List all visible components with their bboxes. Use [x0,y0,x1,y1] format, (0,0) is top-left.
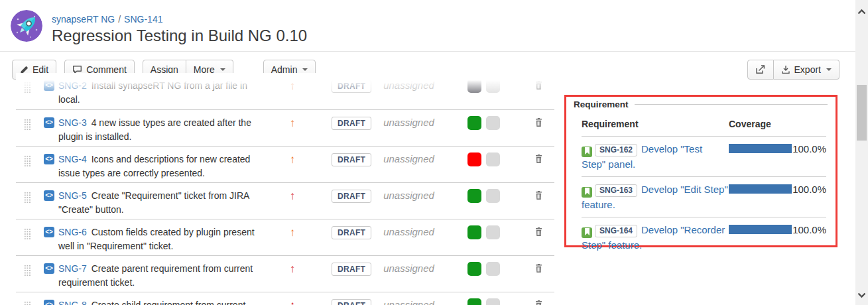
test-case-table: <> SNG-2 Install synapseRT NG from a jar… [16,73,554,305]
requirement-panel-legend: Requirement [566,97,836,109]
download-icon [781,65,790,74]
requirement-key-badge[interactable]: SNG-164 [595,225,637,237]
trash-icon[interactable] [534,300,543,305]
page-title: Regression Testing in Build NG 0.10 [52,27,307,45]
issue-summary-cell: <> SNG-7 Create parent requirement from … [44,262,263,290]
coverage-progress-bar [729,225,792,234]
requirement-cell: SNG-164Develop "Recorder Step" feature. [582,223,729,253]
chevron-up-icon [857,9,866,15]
test-case-type-icon: <> [44,300,54,305]
result-slot[interactable] [486,116,500,130]
breadcrumb-project-link[interactable]: synapseRT NG [52,14,115,25]
issue-key-link[interactable]: SNG-7 [58,263,87,274]
requirement-type-icon [582,147,592,157]
status-badge: DRAFT [332,263,371,276]
test-case-type-icon: <> [44,227,54,237]
trash-icon[interactable] [534,154,543,166]
test-case-type-icon: <> [44,190,54,201]
toolbar-right: Export [747,60,839,80]
requirement-table: Requirement Coverage SNG-162Develop "Tes… [582,115,826,257]
chevron-down-icon [220,68,225,71]
result-indicator[interactable] [467,116,481,130]
result-indicator[interactable] [467,189,481,203]
drag-handle-icon[interactable] [24,119,31,130]
result-indicator[interactable] [467,152,481,166]
requirement-panel: Requirement Requirement Coverage SNG-162… [564,95,837,247]
trash-icon[interactable] [534,190,543,203]
result-slot[interactable] [486,225,500,239]
result-indicator[interactable] [467,79,481,93]
result-slot[interactable] [486,79,500,93]
status-badge: DRAFT [332,299,371,305]
result-slot[interactable] [486,152,500,166]
scrollbar-thumb[interactable] [857,85,867,141]
coverage-cell: 100.0% [729,142,826,172]
assignee-label: unassigned [383,117,456,128]
requirement-key-badge[interactable]: SNG-162 [595,144,637,156]
test-case-type-icon: <> [44,80,54,91]
coverage-percent-label: 100.0% [792,144,826,154]
issue-key-link[interactable]: SNG-8 [58,300,87,305]
issue-summary-cell: <> SNG-6 Custom fields created by plugin… [44,225,263,253]
issue-summary: Custom fields created by plugin present … [58,227,255,251]
coverage-cell: 100.0% [729,182,826,212]
drag-handle-icon[interactable] [24,82,31,93]
drag-handle-icon[interactable] [24,301,31,305]
scroll-down-button[interactable] [855,288,868,302]
trash-icon[interactable] [534,263,543,276]
drag-handle-icon[interactable] [24,192,31,203]
requirement-key-badge[interactable]: SNG-163 [595,184,637,197]
column-header-coverage: Coverage [729,119,826,129]
issue-key-link[interactable]: SNG-4 [58,154,87,164]
requirement-row: SNG-162Develop "Test Step" panel. 100.0% [582,137,826,177]
drag-handle-icon[interactable] [24,155,31,166]
assignee-label: unassigned [383,80,456,91]
requirement-type-icon [582,187,592,198]
issue-summary: Create child requirement from current [92,300,246,305]
issue-header: synapseRT NG/SNG-141 Regression Testing … [0,0,855,52]
table-row: <> SNG-3 4 new issue types are created a… [16,110,554,147]
assignee-label: unassigned [383,299,456,305]
table-row: <> SNG-8 Create child requirement from c… [16,292,554,305]
share-button[interactable] [747,60,774,80]
column-header-requirement: Requirement [582,119,729,129]
trash-icon[interactable] [534,80,543,93]
result-indicator[interactable] [467,298,481,305]
priority-up-icon: ↑ [263,153,322,166]
test-case-type-icon: <> [44,117,54,128]
requirement-table-header: Requirement Coverage [582,115,826,137]
vertical-scrollbar[interactable] [855,0,868,305]
issue-summary-cell: <> SNG-5 Create "Requirement" ticket fro… [44,189,263,217]
table-row: <> SNG-7 Create parent requirement from … [16,256,554,292]
breadcrumb-issue-link[interactable]: SNG-141 [124,14,162,25]
assignee-label: unassigned [383,263,456,274]
result-slot[interactable] [486,262,500,276]
result-indicator[interactable] [467,262,481,276]
requirement-row: SNG-163Develop "Edit Step" feature. 100.… [582,177,826,217]
status-badge: DRAFT [332,226,371,239]
result-slot[interactable] [486,189,500,203]
result-slot[interactable] [486,298,500,305]
issue-key-link[interactable]: SNG-3 [58,117,87,128]
trash-icon[interactable] [534,117,543,130]
drag-handle-icon[interactable] [24,265,31,276]
status-badge: DRAFT [332,117,371,130]
result-indicator[interactable] [467,225,481,239]
trash-icon[interactable] [534,227,543,239]
issue-key-link[interactable]: SNG-5 [58,190,87,201]
requirement-row: SNG-164Develop "Recorder Step" feature. … [582,217,826,257]
coverage-percent-label: 100.0% [792,225,826,235]
drag-handle-icon[interactable] [24,228,31,239]
issue-key-link[interactable]: SNG-6 [58,227,87,237]
issue-summary: Create parent requirement from current r… [58,263,253,288]
export-dropdown-button[interactable]: Export [774,60,839,80]
coverage-cell: 100.0% [729,223,826,253]
priority-up-icon: ↑ [263,80,322,93]
test-case-type-icon: <> [44,263,54,274]
issue-summary-cell: <> SNG-4 Icons and descriptions for new … [44,152,263,180]
issue-key-link[interactable]: SNG-2 [58,80,87,91]
issue-summary: 4 new issue types are created after the … [58,117,251,142]
project-avatar[interactable] [11,10,42,42]
breadcrumb-separator: / [118,14,121,25]
scroll-up-button[interactable] [855,4,868,19]
